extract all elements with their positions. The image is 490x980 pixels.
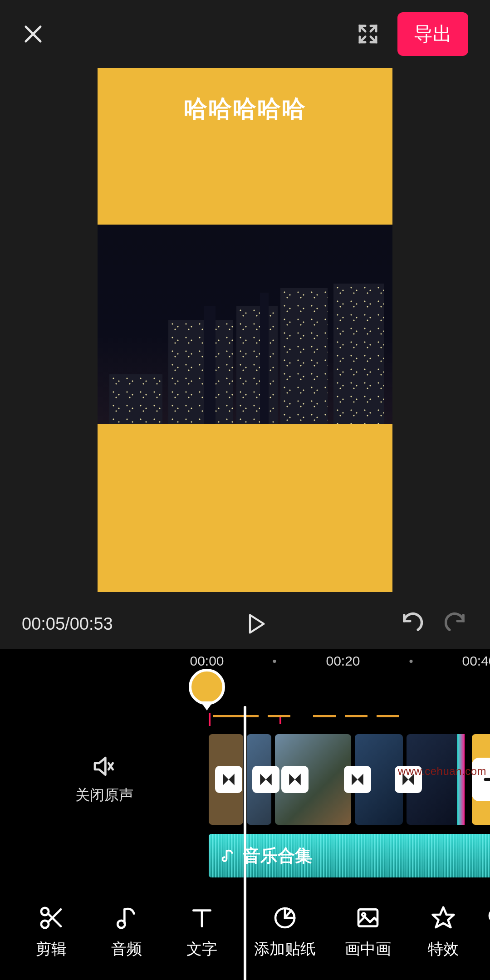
ruler-mark: 00:40 (462, 653, 490, 669)
tool-label: 特效 (428, 939, 459, 960)
tool-label: 画中画 (345, 939, 391, 960)
music-note-icon (114, 905, 139, 931)
timecode: 00:05/00:53 (22, 614, 113, 634)
tool-label: 添加贴纸 (254, 939, 316, 960)
ruler-dot (273, 660, 276, 663)
preview-canvas[interactable]: 哈哈哈哈哈 (98, 68, 392, 592)
time-ruler[interactable]: 00:00 00:20 00:40 (0, 653, 490, 673)
ruler-mark: 00:00 (190, 653, 224, 669)
transition-button-2[interactable] (252, 766, 279, 793)
pip-icon (355, 905, 381, 931)
play-button[interactable] (113, 612, 399, 636)
tool-audio[interactable]: 音频 (89, 905, 164, 960)
scissors-icon (39, 905, 64, 931)
tool-edit[interactable]: 剪辑 (14, 905, 89, 960)
undo-button[interactable] (399, 611, 423, 637)
close-button[interactable] (22, 23, 44, 45)
tool-label: 音频 (111, 939, 142, 960)
export-button[interactable]: 导出 (397, 12, 468, 56)
redo-button[interactable] (445, 611, 468, 637)
tool-effect[interactable]: 特效 (406, 905, 481, 960)
mute-label: 关闭原声 (75, 785, 133, 805)
effect-pin[interactable] (189, 669, 225, 705)
tool-filter[interactable]: 滤 (481, 905, 490, 960)
tool-pip[interactable]: 画中画 (330, 905, 406, 960)
star-icon (431, 905, 456, 931)
video-title-text: 哈哈哈哈哈 (184, 93, 306, 125)
playhead[interactable] (244, 706, 246, 980)
filter-icon (486, 905, 490, 931)
video-frame (98, 225, 392, 424)
mute-original-button[interactable]: 关闭原声 (0, 734, 209, 825)
text-icon (189, 905, 215, 931)
timeline[interactable]: 00:00 00:20 00:40 关闭原声 (0, 649, 490, 885)
watermark: www.cehuan.com (398, 765, 486, 778)
ruler-mark: 00:20 (326, 653, 360, 669)
tool-label: 文字 (186, 939, 217, 960)
tool-sticker[interactable]: 添加贴纸 (240, 905, 330, 960)
tool-text[interactable]: 文字 (164, 905, 240, 960)
audio-track-label: 音乐合集 (243, 844, 312, 867)
transition-button-3[interactable] (281, 766, 309, 793)
tool-label: 剪辑 (36, 939, 67, 960)
sticker-icon (272, 905, 298, 931)
fullscreen-button[interactable] (357, 23, 379, 45)
add-clip-button[interactable] (472, 758, 490, 801)
ruler-dot (410, 660, 413, 663)
svg-point-2 (118, 921, 125, 928)
transition-button-4[interactable] (344, 766, 371, 793)
audio-track[interactable]: 音乐合集 (209, 834, 490, 877)
music-icon (220, 848, 237, 864)
transition-button-1[interactable] (215, 766, 242, 793)
